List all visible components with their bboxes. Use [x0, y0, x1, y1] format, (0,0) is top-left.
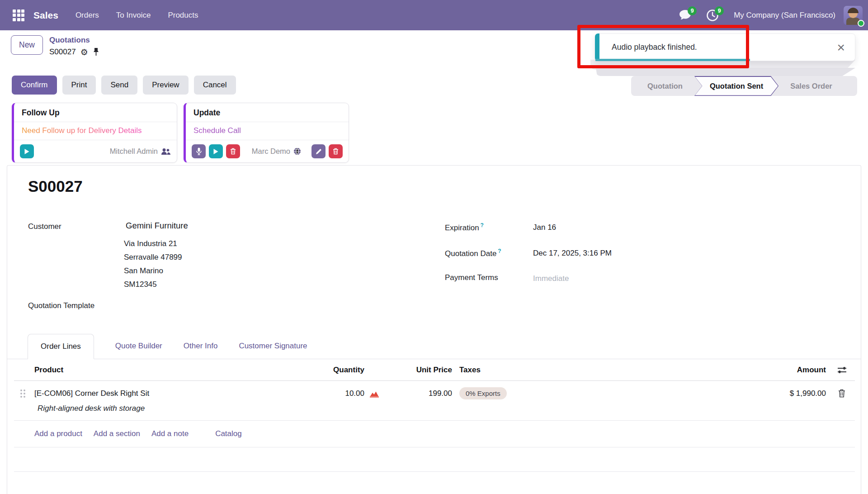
table-row[interactable]: [E-COM06] Corner Desk Right Sit 10.00 19…	[14, 381, 855, 421]
activity-assignee[interactable]: Mitchell Admin	[110, 147, 171, 156]
confirm-button[interactable]: Confirm	[12, 76, 57, 95]
messages-count-badge: 9	[688, 6, 697, 15]
activity-footer: Marc Demo	[186, 140, 349, 162]
activities-button[interactable]: 9	[707, 10, 718, 21]
column-header-amount[interactable]: Amount	[797, 366, 829, 375]
company-switcher[interactable]: My Company (San Francisco)	[734, 11, 835, 20]
tab-customer-signature[interactable]: Customer Signature	[239, 342, 307, 359]
edit-activity-button[interactable]	[311, 144, 326, 158]
top-navbar: Sales Orders To Invoice Products 9 9 My …	[0, 0, 868, 30]
gear-icon[interactable]: ⚙	[80, 48, 88, 57]
activity-footer: Mitchell Admin	[14, 140, 177, 162]
activities-count-badge: 9	[715, 6, 724, 15]
payment-terms-field-label: Payment Terms	[445, 273, 498, 282]
expiration-value[interactable]: Jan 16	[533, 223, 556, 232]
toast-shadow	[596, 68, 855, 76]
activity-summary-link[interactable]: Schedule Call	[186, 122, 349, 140]
activity-card-update: Update Schedule Call Marc Demo	[184, 103, 349, 163]
activity-summary-link[interactable]: Need Follow up for Delivery Details	[14, 122, 177, 140]
delete-recording-button[interactable]	[226, 144, 240, 158]
nav-item-orders[interactable]: Orders	[75, 11, 99, 20]
delete-activity-button[interactable]	[329, 144, 343, 158]
send-button[interactable]: Send	[101, 76, 137, 95]
nav-item-products[interactable]: Products	[168, 11, 198, 20]
quotation-form-sheet: S00027 Customer Gemini Furniture Via Ind…	[7, 165, 861, 494]
cell-quantity[interactable]: 10.00	[306, 389, 364, 398]
record-voice-button[interactable]	[192, 144, 206, 158]
toast-progress-bar	[595, 59, 750, 61]
globe-icon	[293, 147, 301, 155]
print-button[interactable]: Print	[62, 76, 96, 95]
help-question-icon[interactable]: ?	[498, 248, 501, 254]
play-activity-button[interactable]	[209, 144, 223, 158]
add-a-product-link[interactable]: Add a product	[34, 429, 82, 438]
add-a-note-link[interactable]: Add a note	[151, 429, 189, 438]
column-header-unit-price[interactable]: Unit Price	[384, 366, 452, 375]
sales-quotation-screen: Sales Orders To Invoice Products 9 9 My …	[0, 0, 868, 494]
tab-quote-builder[interactable]: Quote Builder	[115, 342, 162, 359]
payment-terms-input[interactable]: Immediate	[533, 274, 569, 283]
order-number-title: S00027	[28, 177, 83, 195]
breadcrumb: New Quotations S00027 ⚙	[11, 35, 99, 57]
preview-button[interactable]: Preview	[143, 76, 188, 95]
quotation-date-value[interactable]: Dec 17, 2025, 3:16 PM	[533, 249, 612, 258]
help-question-icon[interactable]: ?	[481, 222, 484, 228]
status-step-quotation[interactable]: Quotation	[636, 76, 694, 96]
new-button[interactable]: New	[11, 35, 43, 55]
empty-table-strip	[14, 447, 855, 472]
users-group-icon	[161, 148, 171, 155]
play-activity-button[interactable]	[20, 144, 34, 158]
delete-row-trash-icon[interactable]	[838, 389, 845, 398]
add-a-section-link[interactable]: Add a section	[94, 429, 140, 438]
pencil-icon	[316, 148, 322, 155]
notebook-tabs: Order Lines Quote Builder Other Info Cus…	[7, 334, 861, 359]
customer-name-link[interactable]: Gemini Furniture	[126, 221, 188, 231]
cell-taxes-tag[interactable]: 0% Exports	[459, 387, 507, 399]
trash-icon	[230, 148, 236, 155]
cell-amount: $ 1,990.00	[790, 389, 829, 398]
microphone-icon	[196, 147, 202, 155]
drag-handle-icon[interactable]	[20, 390, 34, 398]
customer-field-label: Customer	[28, 222, 61, 231]
activity-assignee[interactable]: Marc Demo	[252, 147, 301, 156]
column-header-taxes[interactable]: Taxes	[452, 366, 565, 375]
forecast-chart-icon[interactable]	[369, 390, 379, 398]
column-header-product[interactable]: Product	[34, 366, 306, 375]
close-icon[interactable]: ×	[837, 41, 845, 54]
quotation-date-field-label: Quotation Date?	[445, 248, 501, 258]
cell-product-description[interactable]: Right-aligned desk with storage	[14, 399, 855, 420]
column-settings-icon[interactable]	[837, 366, 847, 374]
apps-menu-icon[interactable]	[13, 10, 24, 21]
tab-other-info[interactable]: Other Info	[184, 342, 218, 359]
table-header-row: Product Quantity Unit Price Taxes Amount	[14, 359, 855, 381]
quotation-template-field-label: Quotation Template	[28, 301, 94, 310]
column-header-quantity[interactable]: Quantity	[306, 366, 364, 375]
cancel-button[interactable]: Cancel	[194, 76, 236, 95]
status-step-sales-order[interactable]: Sales Order	[778, 76, 844, 96]
nav-right-cluster: 9 9 My Company (San Francisco)	[679, 6, 868, 25]
user-avatar[interactable]	[844, 6, 863, 25]
customer-address-line: Serravalle 47899	[124, 251, 182, 264]
pin-icon[interactable]	[93, 48, 99, 57]
app-title-sales[interactable]: Sales	[33, 10, 58, 21]
activity-card-follow-up: Follow Up Need Follow up for Delivery De…	[12, 103, 177, 163]
record-statusbar: Quotation Quotation Sent Sales Order	[631, 76, 857, 96]
breadcrumb-quotations-link[interactable]: Quotations	[49, 35, 99, 45]
status-step-quotation-sent-active[interactable]: Quotation Sent	[694, 76, 778, 96]
customer-address-line: SM12345	[124, 278, 157, 291]
cell-unit-price[interactable]: 199.00	[384, 389, 452, 398]
customer-address-line: Via Industria 21	[124, 237, 177, 251]
messages-button[interactable]: 9	[679, 10, 691, 21]
nav-item-to-invoice[interactable]: To Invoice	[116, 11, 151, 20]
activity-title: Update	[186, 103, 349, 122]
expiration-field-label: Expiration?	[445, 222, 484, 233]
activity-title: Follow Up	[14, 103, 177, 122]
cell-product[interactable]: [E-COM06] Corner Desk Right Sit	[34, 389, 306, 398]
catalog-link[interactable]: Catalog	[215, 429, 242, 438]
action-button-row: Confirm Print Send Preview Cancel	[12, 76, 236, 95]
toast-accent-bar	[595, 33, 599, 61]
notification-toast: Audio playback finished. ×	[595, 33, 855, 61]
breadcrumb-current-record: S00027	[49, 47, 76, 57]
trash-icon	[333, 148, 339, 155]
tab-order-lines[interactable]: Order Lines	[28, 334, 94, 359]
